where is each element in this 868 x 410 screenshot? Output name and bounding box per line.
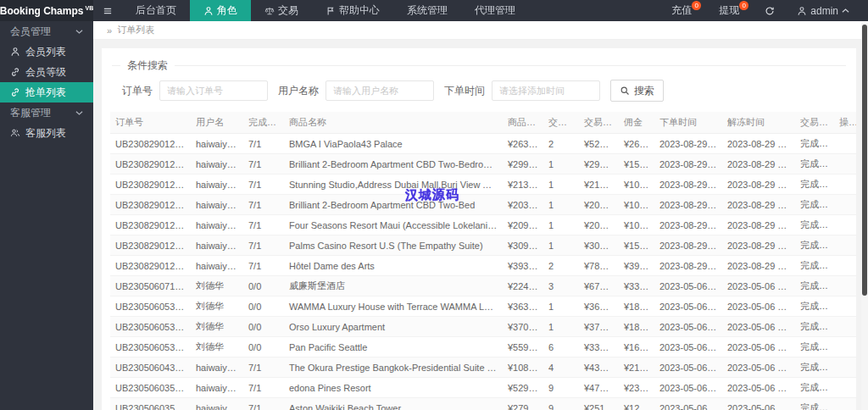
- product-name-cell: The Okura Prestige Bangkok-Presidential …: [284, 357, 503, 378]
- commission-cell: ¥18.55: [619, 317, 654, 337]
- top-nav-item[interactable]: 后台首页: [122, 0, 190, 21]
- table-row[interactable]: UB2308290123189030haiwaiymcom7/1Hôtel Da…: [110, 256, 856, 276]
- search-field-group: 下单时间: [444, 80, 600, 101]
- top-nav-item[interactable]: 代理管理: [461, 0, 529, 21]
- search-field-input[interactable]: [326, 80, 434, 101]
- unfreeze-time-cell: 2023-08-29 01:23:34: [722, 215, 795, 235]
- ratio-cell: 7/1: [243, 398, 284, 410]
- order-time-cell: 2023-05-06 03:57:22: [654, 378, 722, 398]
- refresh-button[interactable]: [753, 0, 787, 21]
- product-name-cell: 威廉斯堡酒店: [284, 276, 503, 296]
- sidebar: 会员管理会员列表会员等级抢单列表客服管理客服列表: [0, 21, 93, 410]
- sidebar-item[interactable]: 抢单列表: [0, 82, 93, 102]
- order-no-cell: UB2305060437071221: [110, 357, 191, 378]
- status-cell: 完成付款: [795, 154, 834, 175]
- table-row[interactable]: UB2308290127077536haiwaiymcom7/1BMGA I V…: [110, 134, 856, 154]
- sidebar-item[interactable]: 会员等级: [0, 62, 93, 82]
- unit-price-cell: ¥2639.00: [503, 134, 543, 154]
- top-nav-item[interactable]: 系统管理: [393, 0, 461, 21]
- username-cell: haiwaiymcom: [191, 357, 243, 378]
- table-row[interactable]: UB2305060533381597刘德华0/0Pan Pacific Seat…: [110, 337, 856, 357]
- action-cell: [834, 337, 856, 357]
- order-no-cell: UB2305060534311307: [110, 296, 191, 317]
- table-row[interactable]: UB2305060356586301haiwaiymcom7/1Aston Wa…: [110, 398, 856, 410]
- unfreeze-time-cell: 2023-05-06 05:53:21: [722, 357, 795, 378]
- table-row[interactable]: UB2305060534311307刘德华0/0WAMMA Luxury Hou…: [110, 296, 856, 317]
- unit-price-cell: ¥2999.90: [503, 154, 543, 175]
- top-nav-item[interactable]: 交易: [251, 0, 312, 21]
- sidebar-group[interactable]: 客服管理: [0, 102, 93, 123]
- order-time-cell: 2023-08-29 01:23:18: [654, 256, 722, 276]
- user-name: admin: [810, 5, 838, 17]
- product-name-cell: Stunning Studio,Address Dubai Mall,Burj …: [284, 175, 503, 195]
- unfreeze-time-cell: 2023-08-29 01:23:38: [722, 195, 795, 215]
- table-row[interactable]: UB2308290123262985haiwaiymcom7/1Palms Ca…: [110, 235, 856, 256]
- sidebar-item[interactable]: 会员列表: [0, 42, 93, 62]
- quantity-cell: 4: [543, 357, 579, 378]
- top-nav-item-label: 系统管理: [407, 3, 448, 18]
- search-button[interactable]: 搜索: [610, 80, 664, 102]
- amount-cell: ¥4358.00: [579, 357, 619, 378]
- username-cell: 刘德华: [191, 276, 243, 296]
- search-field-input[interactable]: [492, 80, 600, 101]
- sidebar-item[interactable]: 客服列表: [0, 123, 93, 143]
- sidebar-group-label: 会员管理: [10, 25, 51, 39]
- table-row[interactable]: UB2308290123435205haiwaiymcom7/1Brillian…: [110, 154, 856, 175]
- username-cell: haiwaiymcom: [191, 215, 243, 235]
- quantity-cell: 1: [543, 317, 579, 337]
- top-nav-item[interactable]: 角色: [190, 0, 251, 21]
- breadcrumb-label[interactable]: 订单列表: [117, 24, 154, 36]
- commission-cell: ¥16.77: [619, 337, 654, 357]
- product-name-cell: Four Seasons Resort Maui (Accessible Lok…: [284, 215, 503, 235]
- user-menu[interactable]: admin: [787, 0, 860, 21]
- search-panel: 条件搜索 订单号用户名称下单时间 搜索: [112, 58, 846, 112]
- quick-action-item[interactable]: 提现0: [705, 0, 753, 21]
- order-time-cell: 2023-05-06 03:56:58: [654, 398, 722, 410]
- table-row[interactable]: UB2308290123392479haiwaiymcom7/1Stunning…: [110, 175, 856, 195]
- quantity-cell: 9: [543, 378, 579, 398]
- quantity-cell: 1: [543, 175, 579, 195]
- table-row[interactable]: UB2305060714584204刘德华0/0威廉斯堡酒店¥2249.003¥…: [110, 276, 856, 296]
- quick-action-item[interactable]: 充值0: [658, 0, 705, 21]
- search-panel-title: 条件搜索: [120, 58, 175, 73]
- product-name-cell: BMGA I ViaPaola43 Palace: [284, 134, 503, 154]
- order-time-cell: 2023-08-29 01:23:26: [654, 235, 722, 256]
- sidebar-group[interactable]: 会员管理: [0, 21, 93, 42]
- table-row[interactable]: UB2305060357229663haiwaiymcom7/1edona Pi…: [110, 378, 856, 398]
- commission-cell: ¥12.56: [619, 398, 654, 410]
- commission-cell: ¥150.00: [619, 154, 654, 175]
- order-no-cell: UB2305060533381597: [110, 337, 191, 357]
- unfreeze-time-cell: 2023-05-06 05:34:20: [722, 317, 795, 337]
- search-field-input[interactable]: [159, 80, 268, 101]
- unfreeze-time-cell: 2023-05-06 05:33:43: [722, 337, 795, 357]
- menu-toggle-icon[interactable]: [93, 0, 122, 21]
- top-nav-item[interactable]: 帮助中心: [312, 0, 393, 21]
- top-nav-item-label: 后台首页: [136, 3, 176, 18]
- unfreeze-time-cell: 2023-05-06 03:57:30: [722, 378, 795, 398]
- top-nav-item-label: 帮助中心: [339, 3, 380, 18]
- status-cell: 完成付款: [795, 337, 834, 357]
- vertical-scrollbar[interactable]: [861, 22, 868, 410]
- vertical-scrollbar-thumb[interactable]: [862, 25, 867, 296]
- table-row[interactable]: UB2308290123341141haiwaiymcom7/1Brillian…: [110, 195, 856, 215]
- main-area: » 订单列表 条件搜索 订单号用户名称下单时间 搜索: [93, 21, 868, 410]
- search-field-group: 用户名称: [278, 80, 434, 101]
- status-cell: 完成付款: [795, 256, 834, 276]
- table-row[interactable]: UB2305060533516881刘德华0/0Orso Luxury Apar…: [110, 317, 856, 337]
- search-field-label: 下单时间: [444, 84, 485, 98]
- status-cell: 完成付款: [795, 398, 834, 410]
- app-logo[interactable]: Booking Champs VB: [0, 0, 93, 21]
- username-cell: haiwaiymcom: [191, 195, 243, 215]
- quantity-cell: 1: [543, 235, 579, 256]
- table-row[interactable]: UB2308290123302018haiwaiymcom7/1Four Sea…: [110, 215, 856, 235]
- action-cell: [834, 134, 856, 154]
- sidebar-item-label: 会员等级: [25, 65, 66, 80]
- table-row[interactable]: UB2305060437071221haiwaiymcom7/1The Okur…: [110, 357, 856, 378]
- unfreeze-time-cell: 2023-08-29 01:24:15: [722, 154, 795, 175]
- unit-price-cell: ¥279.00: [503, 398, 543, 410]
- unit-price-cell: ¥529.00: [503, 378, 543, 398]
- unfreeze-time-cell: 2023-05-06 05:34:35: [722, 296, 795, 317]
- status-cell: 完成付款: [795, 317, 834, 337]
- unfreeze-time-cell: 2023-08-29 01:23:43: [722, 175, 795, 195]
- order-no-cell: UB2305060357229663: [110, 378, 191, 398]
